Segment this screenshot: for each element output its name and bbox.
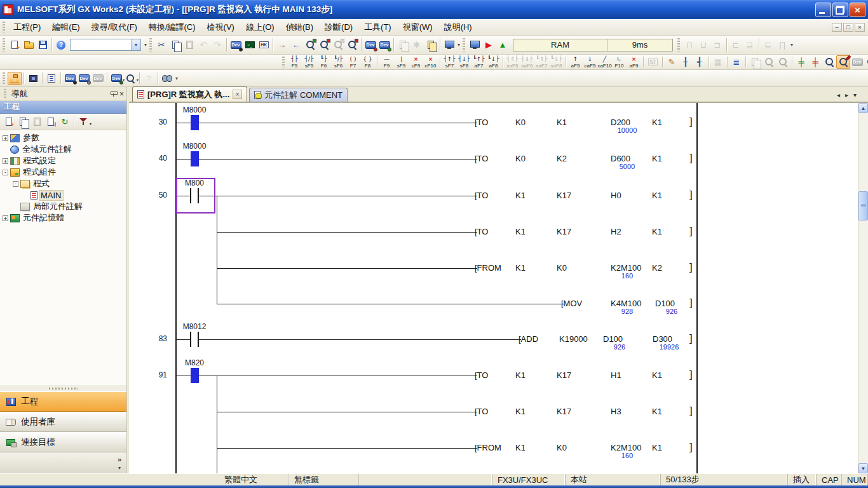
menu-debug[interactable]: 偵錯(B) — [280, 20, 319, 35]
operand-k17[interactable]: K17 — [557, 227, 571, 237]
toolbar-grip[interactable] — [677, 38, 680, 51]
toolbar-grip[interactable] — [3, 38, 5, 51]
tree-expand-icon[interactable]: + — [3, 215, 8, 221]
open-branch-icon[interactable]: ┖├F6 — [316, 55, 331, 69]
toolbar-overflow-icon[interactable]: ▾ — [174, 76, 179, 81]
device-search-icon[interactable]: ▾ — [123, 72, 137, 85]
tree-item-local-comment[interactable]: 局部元件註解 — [0, 201, 126, 212]
minimize-doc-icon[interactable]: – — [832, 23, 842, 32]
tab-comment[interactable]: 元件註解 COMMENT — [249, 88, 348, 102]
line-delete-icon[interactable]: ×aF9 — [627, 55, 641, 69]
run-icon[interactable]: ▶ — [482, 38, 496, 51]
tab-close-icon[interactable]: × — [233, 90, 242, 99]
menu-help[interactable]: 說明(H) — [438, 20, 478, 35]
inline-list-icon[interactable]: ≣ — [729, 55, 743, 69]
tree-expand-icon[interactable]: + — [3, 135, 8, 141]
toolbar-grip[interactable] — [282, 57, 285, 67]
inline-contact-edit-icon[interactable]: ╂ — [679, 55, 693, 69]
zoom-icon[interactable]: + — [864, 55, 868, 69]
close-button[interactable]: × — [850, 3, 865, 17]
delete-horizontal-line-icon[interactable]: ×cF9 — [409, 55, 423, 69]
navigation-window-icon[interactable] — [8, 72, 22, 85]
nav-button-project[interactable]: 工程 — [0, 391, 126, 412]
contact-m820[interactable] — [191, 368, 199, 383]
pc-monitor-icon[interactable] — [442, 38, 456, 51]
device-batch-monitor-icon[interactable] — [345, 38, 359, 51]
menu-find-replace[interactable]: 搜尋/取代(F) — [86, 20, 143, 35]
contact-m8000[interactable] — [191, 115, 199, 130]
operand-h1[interactable]: H1 — [611, 370, 621, 381]
nav-refresh-icon[interactable]: ↻ — [58, 115, 72, 128]
instruction-to[interactable]: [TO — [475, 370, 488, 381]
tree-item-parameter[interactable]: +參數 — [0, 132, 126, 144]
operand-k1[interactable]: K1 — [515, 263, 526, 273]
pin-icon[interactable] — [111, 91, 116, 97]
operand-k1[interactable]: K1 — [515, 407, 526, 417]
falling-pulse-branch-icon[interactable]: ┖↓├aF8 — [486, 55, 501, 69]
vertical-line-icon[interactable]: |sF9 — [394, 55, 409, 69]
tree-item-global-comment[interactable]: 全域元件註解 — [0, 144, 126, 155]
tree-item-program[interactable]: -程式 — [0, 178, 126, 189]
monitor-write-mode-icon[interactable] — [836, 55, 850, 69]
tree-expand-icon[interactable]: - — [13, 181, 18, 187]
copy-icon[interactable] — [168, 38, 182, 51]
rising-pulse-branch-icon[interactable]: ┖↑├aF7 — [471, 55, 486, 69]
device-test-off-icon[interactable]: Dev — [377, 38, 391, 51]
toolbar-overflow-icon[interactable]: ▾ — [789, 42, 794, 48]
nav-grip[interactable] — [4, 89, 6, 98]
watch-window-icon[interactable]: Dev▾ — [109, 72, 123, 85]
device-display-format-icon[interactable]: HK — [257, 38, 271, 51]
instruction-to[interactable]: [TO — [475, 154, 488, 164]
toolbar-overflow-icon[interactable]: ▾ — [456, 42, 461, 48]
tab-scroll-right-icon[interactable]: ▸ — [845, 92, 848, 98]
operand-k17[interactable]: K17 — [557, 370, 571, 381]
instruction-from[interactable]: [FROM — [475, 443, 501, 453]
instruction-from[interactable]: [FROM — [475, 263, 501, 273]
operand-k19000[interactable]: K19000 — [559, 334, 588, 344]
application-instruction-icon[interactable]: { }F8 — [360, 55, 375, 69]
scroll-up-icon[interactable]: ▲ — [858, 103, 868, 113]
tree-item-pou[interactable]: -程式組件 — [0, 166, 126, 178]
close-contact-icon[interactable]: ┤/├sF5 — [302, 55, 316, 69]
contact-m8012[interactable] — [190, 332, 191, 347]
tree-expand-icon[interactable]: - — [3, 170, 8, 175]
tab-prg-main[interactable]: [PRG]R 監視寫入 執...× — [132, 86, 247, 102]
operand-k1[interactable]: K1 — [652, 407, 662, 417]
device-comment-list-icon[interactable]: Dev — [63, 72, 77, 85]
nav-data-property-icon[interactable]: i — [44, 115, 58, 128]
nav-button-user-library[interactable]: 使用者庫 — [0, 412, 126, 432]
minimize-button[interactable] — [815, 3, 831, 17]
menu-compile[interactable]: 轉換/編譯(C) — [143, 20, 201, 35]
io-system-monitor-icon[interactable]: >_ — [243, 38, 257, 51]
instruction-to[interactable]: [TO — [475, 407, 488, 417]
intelligent-module-icon[interactable] — [26, 72, 40, 85]
pause-icon[interactable]: ▲ — [496, 38, 510, 51]
operand-k1[interactable]: K1 — [515, 443, 526, 453]
falling-pulse-icon[interactable]: ┤↓├sF8 — [457, 55, 471, 69]
operand-h0[interactable]: H0 — [611, 191, 621, 201]
close-doc-icon[interactable]: × — [855, 23, 865, 32]
device-test-write-icon[interactable]: ╪ — [808, 55, 822, 69]
program-copy-icon[interactable] — [424, 38, 438, 51]
restore-button[interactable] — [832, 3, 848, 17]
line-draw-icon[interactable]: ∟F10 — [612, 55, 627, 69]
cross-reference-icon[interactable] — [160, 72, 174, 85]
nav-copy-data-icon[interactable] — [16, 115, 30, 128]
menu-edit[interactable]: 編輯(E) — [46, 20, 85, 35]
menu-view[interactable]: 檢視(V) — [201, 20, 240, 35]
tab-list-icon[interactable]: ▾ — [853, 92, 857, 98]
operand-h2[interactable]: H2 — [611, 227, 621, 237]
tree-expand-icon[interactable]: + — [3, 158, 8, 164]
operand-k17[interactable]: K17 — [557, 191, 571, 201]
toolbar-grip[interactable] — [3, 72, 5, 84]
toolbar-combo-box[interactable]: ▼ — [70, 39, 141, 51]
instruction-to[interactable]: [TO — [475, 191, 488, 201]
operand-k1[interactable]: K1 — [515, 370, 526, 381]
read-from-plc-icon[interactable]: ← — [289, 38, 303, 51]
device-test-ladder-icon[interactable]: ╪ — [794, 55, 808, 69]
tree-item-main[interactable]: MAIN — [0, 189, 126, 201]
contact-m8000[interactable] — [191, 151, 199, 166]
operand-k1[interactable]: K1 — [652, 191, 662, 201]
inline-coil-edit-icon[interactable]: ╉ — [693, 55, 707, 69]
monitor-start-icon[interactable] — [303, 38, 317, 51]
